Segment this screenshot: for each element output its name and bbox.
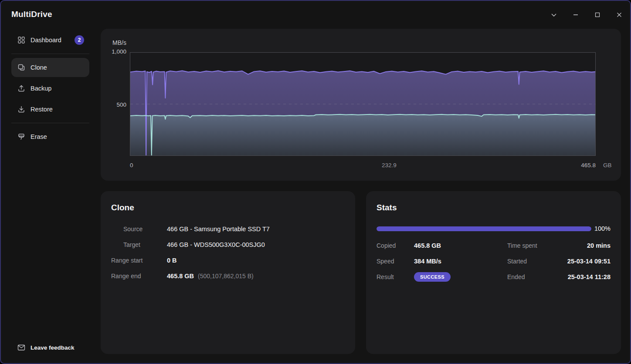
- upload-icon: [17, 84, 25, 92]
- y-axis-unit-label: MB/s: [101, 39, 126, 46]
- source-value: 466 GB - Samsung Portable SSD T7: [167, 226, 270, 233]
- ended-label: Ended: [507, 273, 560, 280]
- speed-row: Speed 384 MB/s: [377, 256, 507, 266]
- range-end-label: Range end: [111, 273, 167, 280]
- stats-card: Stats 100% Copied 465.8 GB Speed 384 MB/…: [366, 191, 621, 354]
- app-window: MultiDrive Dashboard 2 Clone Backup: [0, 0, 631, 364]
- ended-value: 25-03-14 11:28: [568, 273, 611, 280]
- source-label: Source: [123, 226, 167, 233]
- x-axis-tick-end: 465.8: [552, 162, 596, 169]
- sidebar-item-label: Clone: [31, 64, 47, 71]
- started-row: Started 25-03-14 09:51: [507, 256, 611, 266]
- range-start-row: Range start 0 B: [111, 257, 345, 264]
- x-axis-tick-mid: 232.9: [363, 162, 415, 169]
- progress-bar-fill: [377, 226, 591, 231]
- dropdown-button[interactable]: [543, 5, 565, 24]
- started-label: Started: [507, 258, 560, 265]
- range-start-value: 0 B: [167, 257, 177, 264]
- time-spent-row: Time spent 20 mins: [507, 240, 611, 251]
- y-axis-tick-1000: 1,000: [101, 48, 126, 55]
- minimize-button[interactable]: [565, 5, 587, 24]
- time-spent-value: 20 mins: [587, 242, 611, 249]
- chevron-down-icon: [550, 11, 557, 18]
- result-label: Result: [377, 273, 414, 280]
- copied-label: Copied: [377, 242, 414, 249]
- range-end-value: 465.8 GB: [167, 273, 194, 280]
- range-end-bytes-note: (500,107,862,015 B): [198, 273, 254, 280]
- result-row: Result SUCCESS: [377, 272, 507, 282]
- speed-label: Speed: [377, 258, 414, 265]
- close-icon: [616, 11, 623, 18]
- grid-icon: [17, 36, 25, 44]
- clone-rows: Source 466 GB - Samsung Portable SSD T7 …: [111, 226, 345, 288]
- sidebar-divider: [11, 54, 89, 54]
- titlebar: [543, 1, 630, 29]
- leave-feedback-button[interactable]: Leave feedback: [11, 344, 75, 351]
- range-end-row: Range end 465.8 GB (500,107,862,015 B): [111, 273, 345, 280]
- app-title: MultiDrive: [11, 10, 90, 19]
- speed-chart-plot: [130, 52, 596, 156]
- speed-chart-card: MB/s 1,000 500 0 232.9 465.8 GB: [101, 29, 621, 181]
- copied-row: Copied 465.8 GB: [377, 240, 507, 251]
- stats-right-column: Time spent 20 mins Started 25-03-14 09:5…: [507, 240, 611, 287]
- started-value: 25-03-14 09:51: [567, 258, 611, 265]
- sidebar-item-erase[interactable]: Erase: [11, 127, 89, 146]
- result-status-badge: SUCCESS: [414, 272, 451, 282]
- target-label: Target: [123, 241, 167, 248]
- sidebar-item-label: Restore: [31, 106, 53, 113]
- sidebar-item-backup[interactable]: Backup: [11, 79, 89, 98]
- range-start-label: Range start: [111, 257, 167, 264]
- sidebar-item-restore[interactable]: Restore: [11, 100, 89, 119]
- copy-icon: [17, 64, 25, 71]
- source-row: Source 466 GB - Samsung Portable SSD T7: [111, 226, 345, 233]
- target-row: Target 466 GB - WDS500G3X0C-00SJG0: [111, 241, 345, 248]
- y-axis-tick-500: 500: [101, 101, 126, 108]
- speed-chart-svg: [130, 53, 595, 155]
- maximize-button[interactable]: [587, 5, 608, 24]
- progress-percent-label: 100%: [594, 225, 611, 232]
- eraser-icon: [17, 133, 25, 141]
- leave-feedback-label: Leave feedback: [31, 344, 75, 351]
- speed-value: 384 MB/s: [414, 258, 441, 265]
- ended-row: Ended 25-03-14 11:28: [507, 272, 611, 282]
- sidebar-item-clone[interactable]: Clone: [11, 58, 89, 77]
- progress-bar: [377, 226, 591, 231]
- stats-card-title: Stats: [377, 203, 397, 212]
- sidebar-divider: [11, 123, 89, 123]
- stats-columns: Copied 465.8 GB Speed 384 MB/s Result SU…: [377, 240, 611, 287]
- clone-card-title: Clone: [111, 203, 134, 212]
- x-axis-unit-label: GB: [603, 162, 612, 169]
- maximize-icon: [594, 11, 601, 18]
- sidebar-item-label: Erase: [31, 133, 47, 140]
- envelope-icon: [17, 344, 25, 351]
- copied-value: 465.8 GB: [414, 242, 441, 249]
- sidebar-item-label: Backup: [31, 85, 51, 92]
- time-spent-label: Time spent: [507, 242, 560, 249]
- close-button[interactable]: [608, 5, 630, 24]
- sidebar-item-label: Dashboard: [31, 37, 61, 44]
- stats-left-column: Copied 465.8 GB Speed 384 MB/s Result SU…: [377, 240, 507, 287]
- x-axis-tick-start: 0: [130, 162, 133, 169]
- clone-card: Clone Source 466 GB - Samsung Portable S…: [101, 191, 355, 354]
- download-icon: [17, 105, 25, 113]
- minimize-icon: [572, 11, 579, 18]
- sidebar-item-dashboard[interactable]: Dashboard 2: [11, 30, 89, 50]
- target-value: 466 GB - WDS500G3X0C-00SJG0: [167, 241, 265, 248]
- sidebar: MultiDrive Dashboard 2 Clone Backup: [1, 1, 101, 363]
- dashboard-badge: 2: [75, 35, 84, 45]
